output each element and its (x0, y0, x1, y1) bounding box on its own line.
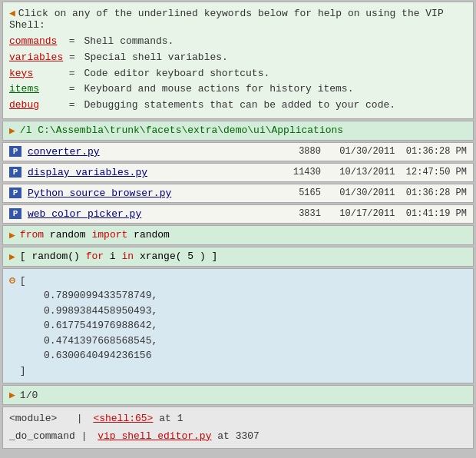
file-type-icon-3: P (9, 208, 21, 219)
trace-location-1[interactable]: vip_shell_editor.py (98, 428, 211, 445)
trace-module-1: _do_command (9, 428, 75, 445)
command-text: /l C:\Assembla\trunk\facets\extra\demo\u… (20, 124, 343, 136)
file-name-2[interactable]: Python_source_browser.py (28, 188, 291, 199)
variables-link[interactable]: variables (9, 50, 63, 66)
trace-module-0: <module> (9, 410, 71, 427)
file-size-3: 3831 (299, 208, 321, 219)
file-date-3: 10/17/2011 01:41:19 PM (329, 208, 467, 219)
trace-sep-1: | (75, 428, 93, 445)
file-date-1: 10/13/2011 12:47:50 PM (329, 167, 467, 178)
result-icon: ⊖ (9, 274, 15, 287)
file-size-0: 3880 (299, 146, 321, 157)
trace-at-0: at 1 (153, 410, 183, 427)
error-cmd-text: 1/0 (20, 390, 38, 401)
help-row-commands: commands = Shell commands. (9, 34, 467, 50)
import-cmd-row[interactable]: ▶ from random import random (2, 225, 474, 245)
import-cmd-text: from random import random (20, 229, 170, 241)
trace-sep-0: | (71, 410, 88, 427)
commands-link[interactable]: commands (9, 34, 63, 50)
list-cmd-text: [ random() for i in xrange( 5 ) ] (20, 251, 217, 262)
list-cmd-row[interactable]: ▶ [ random() for i in xrange( 5 ) ] (2, 247, 474, 267)
list-prompt-icon: ▶ (9, 251, 15, 263)
keys-desc: Code editor keyboard shortcuts. (84, 66, 269, 82)
file-row-0[interactable]: P converter.py 3880 01/30/2011 01:36:28 … (2, 142, 474, 161)
trace-row-0: <module> | <shell:65> at 1 (9, 410, 467, 427)
file-date-2: 01/30/2011 01:36:28 PM (329, 188, 467, 198)
help-row-debug: debug = Debugging statements that can be… (9, 98, 467, 114)
commands-desc: Shell commands. (84, 34, 174, 50)
debug-desc: Debugging statements that can be added t… (84, 98, 395, 114)
file-name-1[interactable]: display_variables.py (28, 167, 286, 178)
file-row-2[interactable]: P Python_source_browser.py 5165 01/30/20… (2, 184, 474, 203)
help-row-variables: variables = Special shell variables. (9, 50, 467, 66)
file-date-0: 01/30/2011 01:36:28 PM (329, 146, 467, 157)
file-name-0[interactable]: converter.py (28, 146, 291, 158)
help-header: ◀Click on any of the underlined keywords… (9, 7, 467, 31)
import-prompt-icon: ▶ (9, 229, 15, 241)
file-type-icon-2: P (9, 188, 21, 198)
keys-link[interactable]: keys (9, 66, 63, 82)
left-arrow-icon: ◀ (9, 8, 15, 19)
error-cmd-row[interactable]: ▶ 1/0 (2, 385, 474, 405)
file-size-1: 11430 (293, 167, 321, 178)
result-panel: ⊖ [ 0.7890099433578749, 0.99893844589504… (2, 268, 474, 384)
trace-at-1: at 3307 (211, 428, 259, 445)
traceback-panel: <module> | <shell:65> at 1 _do_command |… (2, 407, 474, 448)
prompt-icon: ▶ (9, 124, 15, 137)
file-name-3[interactable]: web_color_picker.py (28, 208, 291, 220)
error-prompt-icon: ▶ (9, 389, 15, 401)
file-type-icon-0: P (9, 146, 21, 157)
help-panel: ◀Click on any of the underlined keywords… (2, 2, 474, 119)
file-row-1[interactable]: P display_variables.py 11430 10/13/2011 … (2, 163, 474, 182)
trace-row-1: _do_command | vip_shell_editor.py at 330… (9, 428, 467, 445)
variables-desc: Special shell variables. (84, 50, 228, 66)
file-size-2: 5165 (299, 188, 321, 198)
trace-location-0[interactable]: <shell:65> (93, 410, 153, 427)
file-row-3[interactable]: P web_color_picker.py 3831 10/17/2011 01… (2, 204, 474, 224)
help-row-keys: keys = Code editor keyboard shortcuts. (9, 66, 467, 82)
help-row-items: items = Keyboard and mouse actions for h… (9, 81, 467, 98)
items-link[interactable]: items (9, 81, 63, 98)
file-type-icon-1: P (9, 167, 21, 178)
items-desc: Keyboard and mouse actions for history i… (84, 81, 353, 98)
command-row[interactable]: ▶ /l C:\Assembla\trunk\facets\extra\demo… (2, 121, 474, 141)
result-content: [ 0.7890099433578749, 0.9989384458950493… (20, 274, 157, 379)
debug-link[interactable]: debug (9, 98, 63, 114)
